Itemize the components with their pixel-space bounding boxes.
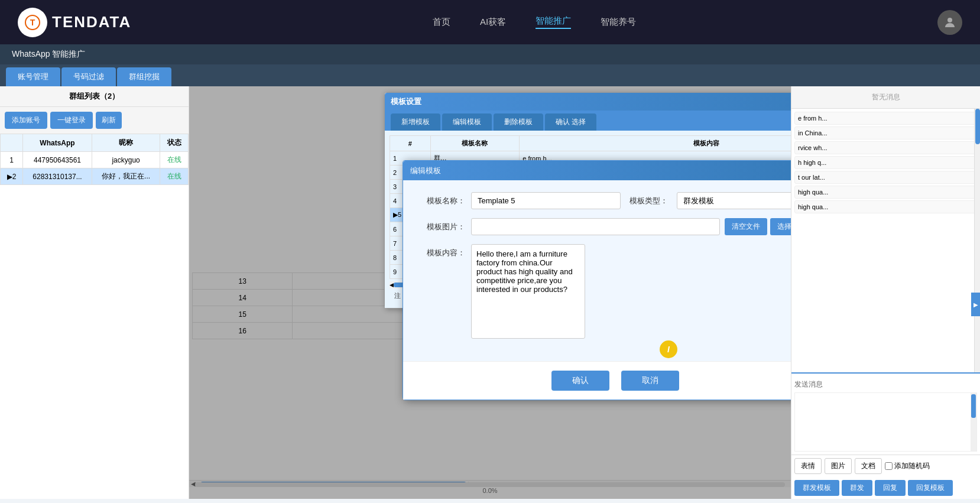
right-scrollbar-thumb	[975, 109, 980, 144]
reply-template-button[interactable]: 回复模板	[908, 480, 953, 496]
edit-dialog-body: 模板名称： 模板类型： 群发模板 回复模板 ▼	[403, 180, 791, 361]
scroll-left[interactable]: ◀	[390, 282, 394, 288]
col-whatsapp: WhatsApp	[23, 134, 92, 152]
template-settings-panel: 模板设置 － □ ✕ 新增模板 编辑模板 删除模板 确认 选择	[384, 92, 791, 309]
one-click-login-button[interactable]: 一键登录	[50, 112, 93, 129]
image-button[interactable]: 图片	[825, 458, 852, 474]
msg-item: in China...	[794, 126, 977, 139]
group-send-button[interactable]: 群发	[842, 480, 872, 496]
nav-nurture[interactable]: 智能养号	[601, 17, 636, 28]
message-list-area: e from h... in China... rvice wh... h hi…	[791, 109, 980, 372]
center-content: 13 17134167908 待发送 14 19093432310 待发送 15…	[189, 86, 791, 499]
accounts-table: WhatsApp 昵称 状态 1 447950643561 jackyguo 在…	[0, 134, 189, 185]
logo-icon: T	[18, 8, 47, 37]
nav-home[interactable]: 首页	[433, 17, 450, 28]
refresh-button[interactable]: 刷新	[96, 112, 122, 129]
cursor-indicator: I	[660, 340, 677, 358]
table-row[interactable]: ▶2 62831310137... 你好，我正在... 在线	[1, 168, 189, 185]
clear-file-button[interactable]: 清空文件	[725, 218, 767, 235]
msg-item: t our lat...	[794, 171, 977, 184]
table-row[interactable]: 1 447950643561 jackyguo 在线	[1, 152, 189, 168]
tab-confirm-select[interactable]: 确认 选择	[545, 113, 596, 131]
col-template-name: 模板名称	[430, 136, 519, 151]
cancel-button[interactable]: 取消	[621, 371, 679, 391]
template-settings-window: 模板设置 － □ ✕ 新增模板 编辑模板 删除模板 确认 选择	[384, 92, 791, 309]
name-row: 模板名称： 模板类型： 群发模板 回复模板 ▼	[418, 192, 791, 209]
col-template-content: 模板内容	[520, 136, 791, 151]
image-row: 模板图片： 清空文件 选择文件	[418, 218, 791, 235]
action-buttons: 添加账号 一键登录 刷新	[0, 107, 189, 134]
edit-dialog-header: 编辑模板 ✕	[403, 161, 791, 180]
nav-items: 首页 AI获客 智能推广 智能养号	[433, 15, 636, 29]
status: 在线	[160, 168, 189, 185]
tab-account-manage[interactable]: 账号管理	[6, 67, 60, 86]
whatsapp-number: 447950643561	[23, 152, 92, 168]
reply-button[interactable]: 回复	[875, 480, 906, 496]
window-titlebar: 模板设置 － □ ✕	[385, 93, 791, 111]
main-area: 群组列表（2） 添加账号 一键登录 刷新 WhatsApp 昵称 状态 1 44…	[0, 86, 980, 499]
tab-new-template[interactable]: 新增模板	[391, 113, 440, 131]
group-send-template-button[interactable]: 群发模板	[794, 480, 839, 496]
type-select-wrapper: 群发模板 回复模板 ▼	[677, 192, 791, 209]
tab-delete-template[interactable]: 删除模板	[494, 113, 543, 131]
window-tab-bar: 新增模板 编辑模板 删除模板 确认 选择	[385, 111, 791, 131]
content-row: 模板内容： Hello there,I am a furniture facto…	[418, 244, 791, 340]
no-message-label: 暂无消息	[791, 86, 980, 109]
msg-item: e from h...	[794, 112, 977, 125]
emoji-button[interactable]: 表情	[794, 458, 822, 474]
add-account-button[interactable]: 添加账号	[5, 112, 47, 129]
main-tab-bar: 账号管理 号码过滤 群组挖掘	[0, 64, 980, 86]
choose-file-button[interactable]: 选择文件	[770, 218, 791, 235]
nav-ai[interactable]: AI获客	[480, 17, 506, 28]
window-content-area: # 模板名称 模板内容 1 群… e from h...	[385, 131, 791, 308]
confirm-button[interactable]: 确认	[551, 371, 609, 391]
template-name-input[interactable]	[471, 192, 621, 209]
status: 在线	[160, 152, 189, 168]
nickname: 你好，我正在...	[92, 168, 160, 185]
add-random-checkbox[interactable]	[885, 462, 893, 470]
col-status: 状态	[160, 134, 189, 152]
sub-header: WhatsApp 智能推广	[0, 44, 980, 64]
nickname: jackyguo	[92, 152, 160, 168]
col-num	[1, 134, 23, 152]
user-avatar[interactable]	[937, 10, 962, 35]
col-nickname: 昵称	[92, 134, 160, 152]
file-buttons: 清空文件 选择文件	[725, 218, 791, 235]
tab-number-filter[interactable]: 号码过滤	[61, 67, 116, 86]
right-panel: 暂无消息 e from h... in China... rvice wh...…	[791, 86, 980, 499]
svg-point-2	[947, 18, 952, 22]
send-message-label: 发送消息	[794, 377, 977, 392]
dialog-footer: 确认 取消	[403, 361, 791, 400]
right-panel-messages: e from h... in China... rvice wh... h hi…	[791, 109, 980, 215]
logo: T TENDATA	[18, 8, 131, 37]
template-type-select[interactable]: 群发模板 回复模板	[677, 192, 791, 209]
content-label: 模板内容：	[418, 248, 465, 258]
window-title: 模板设置	[391, 96, 421, 107]
nav-promote[interactable]: 智能推广	[536, 15, 571, 29]
logo-text: TENDATA	[52, 13, 131, 31]
send-scrollbar-thumb	[971, 394, 976, 418]
edit-dialog-title: 编辑模板	[410, 165, 441, 176]
group-list-header: 群组列表（2）	[0, 86, 189, 107]
whatsapp-number: 62831310137...	[23, 168, 92, 185]
textarea-wrapper: Hello there,I am a furniture factory fro…	[471, 244, 791, 340]
msg-item: h high q...	[794, 156, 977, 169]
send-content-area[interactable]	[794, 392, 977, 452]
image-path-input[interactable]	[471, 218, 720, 235]
send-scrollbar[interactable]	[971, 393, 976, 451]
send-action-buttons: 群发模板 群发 回复 回复模板	[791, 477, 980, 499]
top-navigation: T TENDATA 首页 AI获客 智能推广 智能养号	[0, 0, 980, 44]
right-collapse-handle[interactable]: ▶	[971, 293, 980, 316]
doc-button[interactable]: 文档	[855, 458, 882, 474]
content-textarea[interactable]: Hello there,I am a furniture factory fro…	[471, 244, 585, 339]
msg-item: high qua...	[794, 200, 977, 213]
tab-group-mine[interactable]: 群组挖掘	[117, 67, 171, 86]
type-label: 模板类型：	[629, 196, 677, 206]
right-scrollbar-track[interactable]	[974, 109, 980, 372]
tab-edit-template[interactable]: 编辑模板	[442, 113, 492, 131]
sub-header-title: WhatsApp 智能推广	[12, 49, 85, 59]
svg-text:T: T	[30, 18, 35, 27]
msg-item: rvice wh...	[794, 141, 977, 154]
add-random-label: 添加随机码	[894, 461, 930, 471]
image-label: 模板图片：	[418, 222, 465, 232]
